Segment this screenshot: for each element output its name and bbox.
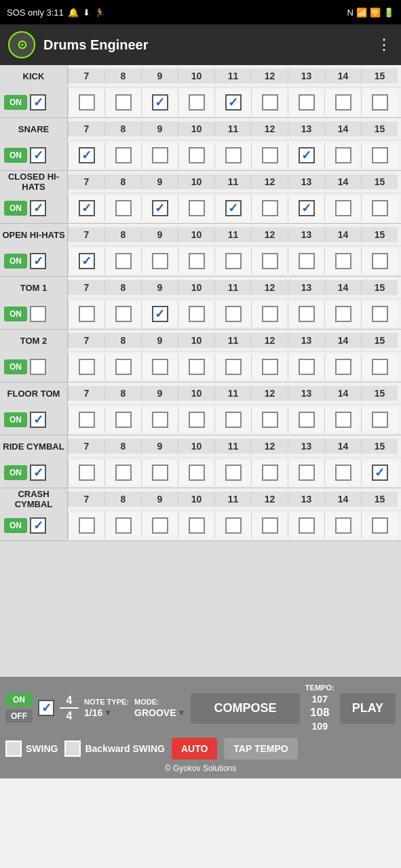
tempo-scroll[interactable]: 107 108 109: [310, 693, 329, 732]
mode-value[interactable]: GROOVE ▼: [134, 707, 185, 718]
cb-4-3[interactable]: [189, 306, 205, 322]
drum-main-checkbox-7[interactable]: ✓: [30, 465, 46, 481]
cb-7-0[interactable]: [79, 465, 95, 481]
cb-8-2[interactable]: [152, 517, 168, 534]
cb-3-5[interactable]: [262, 253, 278, 269]
cb-7-8[interactable]: ✓: [372, 465, 388, 481]
cb-6-4[interactable]: [225, 412, 242, 428]
drum-on-btn-2[interactable]: ON: [4, 201, 27, 216]
cb-3-3[interactable]: [189, 253, 205, 269]
cb-2-8[interactable]: [372, 200, 388, 216]
cb-0-6[interactable]: [299, 94, 315, 111]
main-toggle-checkbox[interactable]: ✓: [38, 700, 54, 716]
drum-main-checkbox-0[interactable]: ✓: [30, 94, 46, 111]
cb-4-0[interactable]: [79, 306, 95, 322]
cb-1-5[interactable]: [262, 147, 278, 163]
cb-1-4[interactable]: [225, 147, 242, 163]
cb-5-3[interactable]: [189, 359, 205, 375]
cb-6-1[interactable]: [115, 412, 132, 428]
cb-1-6[interactable]: ✓: [299, 147, 315, 163]
drum-on-btn-8[interactable]: ON: [4, 518, 27, 533]
cb-3-6[interactable]: [299, 253, 315, 269]
cb-5-1[interactable]: [115, 359, 132, 375]
cb-5-4[interactable]: [225, 359, 242, 375]
backward-swing-checkbox[interactable]: [64, 741, 81, 757]
on-button[interactable]: ON: [5, 693, 33, 707]
compose-button[interactable]: COMPOSE: [191, 693, 299, 724]
cb-2-3[interactable]: [189, 200, 205, 216]
cb-2-4[interactable]: ✓: [225, 200, 242, 216]
drum-main-checkbox-4[interactable]: [30, 306, 46, 322]
cb-3-8[interactable]: [372, 253, 388, 269]
cb-0-0[interactable]: [79, 94, 95, 111]
cb-5-0[interactable]: [79, 359, 95, 375]
cb-0-7[interactable]: [335, 94, 351, 111]
cb-4-8[interactable]: [372, 306, 388, 322]
drum-on-btn-4[interactable]: ON: [4, 307, 27, 321]
cb-8-7[interactable]: [335, 517, 351, 534]
drum-main-checkbox-1[interactable]: ✓: [30, 147, 46, 163]
cb-0-1[interactable]: [115, 94, 132, 111]
cb-7-7[interactable]: [335, 465, 351, 481]
cb-2-5[interactable]: [262, 200, 278, 216]
cb-6-6[interactable]: [299, 412, 315, 428]
drum-main-checkbox-5[interactable]: [30, 359, 46, 375]
cb-8-5[interactable]: [262, 517, 278, 534]
cb-1-1[interactable]: [115, 147, 132, 163]
cb-7-4[interactable]: [225, 465, 242, 481]
menu-button[interactable]: ⋮: [377, 36, 393, 54]
drum-main-checkbox-6[interactable]: ✓: [30, 412, 46, 428]
drum-main-checkbox-2[interactable]: ✓: [30, 200, 46, 216]
cb-7-1[interactable]: [115, 465, 132, 481]
drum-on-btn-3[interactable]: ON: [4, 254, 27, 269]
cb-6-3[interactable]: [189, 412, 205, 428]
cb-0-3[interactable]: [189, 94, 205, 111]
cb-3-4[interactable]: [225, 253, 242, 269]
note-type-value[interactable]: 1/16 ▼: [84, 707, 129, 718]
drum-main-checkbox-3[interactable]: ✓: [30, 253, 46, 269]
cb-0-4[interactable]: ✓: [225, 94, 242, 111]
cb-3-1[interactable]: [115, 253, 132, 269]
cb-8-4[interactable]: [225, 517, 242, 534]
cb-3-7[interactable]: [335, 253, 351, 269]
cb-7-3[interactable]: [189, 465, 205, 481]
cb-5-5[interactable]: [262, 359, 278, 375]
drum-main-checkbox-8[interactable]: ✓: [30, 517, 46, 534]
cb-0-5[interactable]: [262, 94, 278, 111]
cb-7-5[interactable]: [262, 465, 278, 481]
tap-tempo-button[interactable]: TAP TEMPO: [224, 738, 297, 760]
cb-1-0[interactable]: ✓: [79, 147, 95, 163]
cb-5-2[interactable]: [152, 359, 168, 375]
cb-7-6[interactable]: [299, 465, 315, 481]
cb-2-0[interactable]: ✓: [79, 200, 95, 216]
cb-2-2[interactable]: ✓: [152, 200, 168, 216]
cb-1-7[interactable]: [335, 147, 351, 163]
swing-checkbox[interactable]: [5, 741, 22, 757]
cb-6-0[interactable]: [79, 412, 95, 428]
cb-6-2[interactable]: [152, 412, 168, 428]
cb-2-7[interactable]: [335, 200, 351, 216]
drum-on-btn-7[interactable]: ON: [4, 465, 27, 480]
cb-1-3[interactable]: [189, 147, 205, 163]
auto-button[interactable]: AUTO: [172, 738, 217, 760]
drum-on-btn-6[interactable]: ON: [4, 412, 27, 427]
off-button[interactable]: OFF: [5, 709, 33, 723]
cb-4-7[interactable]: [335, 306, 351, 322]
drum-on-btn-0[interactable]: ON: [4, 95, 27, 110]
cb-6-8[interactable]: [372, 412, 388, 428]
cb-2-1[interactable]: [115, 200, 132, 216]
drum-on-btn-1[interactable]: ON: [4, 148, 27, 163]
cb-4-6[interactable]: [299, 306, 315, 322]
cb-1-8[interactable]: [372, 147, 388, 163]
cb-8-0[interactable]: [79, 517, 95, 534]
cb-1-2[interactable]: [152, 147, 168, 163]
play-button[interactable]: PLAY: [340, 693, 396, 724]
cb-8-1[interactable]: [115, 517, 132, 534]
cb-8-8[interactable]: [372, 517, 388, 534]
cb-4-2[interactable]: ✓: [152, 306, 168, 322]
cb-4-4[interactable]: [225, 306, 242, 322]
cb-4-1[interactable]: [115, 306, 132, 322]
cb-5-8[interactable]: [372, 359, 388, 375]
cb-3-2[interactable]: [152, 253, 168, 269]
drum-on-btn-5[interactable]: ON: [4, 359, 27, 374]
